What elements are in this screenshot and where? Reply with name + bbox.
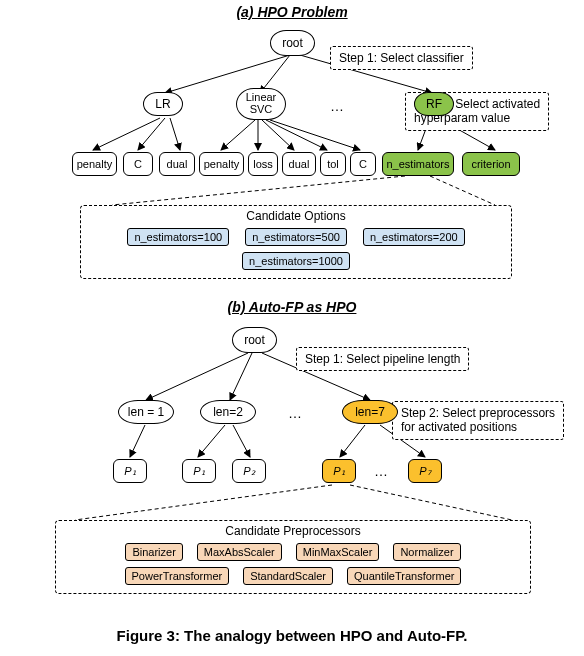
classifier-lr: LR <box>143 92 183 116</box>
panel-autofp: (b) Auto-FP as HPO root Step 1: Select p… <box>0 295 584 625</box>
stepb2-box: Step 2: Select preprocessors for activat… <box>392 401 564 440</box>
leaf-b-p2: P₂ <box>232 459 266 483</box>
preproc-item: MinMaxScaler <box>296 543 380 561</box>
rf-label: RF <box>426 98 442 111</box>
root-label: root <box>282 37 303 50</box>
classifier-rf: RF <box>414 92 454 116</box>
len-ellipsis: … <box>288 405 302 421</box>
leaf-svc-loss: loss <box>248 152 278 176</box>
classifier-svc: Linear SVC <box>236 88 286 120</box>
len7-node: len=7 <box>342 400 398 424</box>
svc-label: Linear SVC <box>246 92 277 115</box>
stepb1-text: Step 1: Select pipeline length <box>305 352 460 366</box>
step1-box: Step 1: Select classifier <box>330 46 473 70</box>
option-item: n_estimators=100 <box>127 228 229 246</box>
svg-line-6 <box>221 120 255 150</box>
preproc-item: MaxAbsScaler <box>197 543 282 561</box>
preproc-item: StandardScaler <box>243 567 333 585</box>
svg-line-21 <box>340 425 365 457</box>
svg-line-19 <box>198 425 225 457</box>
lr-label: LR <box>155 98 170 111</box>
panel-hpo: (a) HPO Problem root Step 1: Select clas… <box>0 0 584 295</box>
preproc-item: Normalizer <box>393 543 460 561</box>
leaf-b-p1c: P₁ <box>322 459 356 483</box>
option-item: n_estimators=1000 <box>242 252 350 270</box>
svg-line-5 <box>170 118 180 150</box>
svg-line-23 <box>75 485 332 520</box>
root-b-label: root <box>244 334 265 347</box>
preproc-item: QuantileTransformer <box>347 567 461 585</box>
svg-line-3 <box>93 118 160 150</box>
preproc-row1: Binarizer MaxAbsScaler MinMaxScaler Norm… <box>64 543 522 561</box>
panel-b-title: (b) Auto-FP as HPO <box>0 295 584 317</box>
leaf-svc-penalty: penalty <box>199 152 244 176</box>
leaf-b-p7: P₇ <box>408 459 442 483</box>
root-node: root <box>270 30 315 56</box>
len1-label: len = 1 <box>128 406 164 419</box>
svg-line-9 <box>266 120 327 150</box>
leaf-b-ellipsis: … <box>374 463 388 479</box>
svg-line-14 <box>430 176 495 205</box>
stepb2-text: Step 2: Select preprocessors for activat… <box>401 406 555 434</box>
root-node-b: root <box>232 327 277 353</box>
candidate-options: Candidate Options n_estimators=100 n_est… <box>80 205 512 279</box>
leaf-lr-penalty: penalty <box>72 152 117 176</box>
leaf-lr-c: C <box>123 152 153 176</box>
svg-line-13 <box>112 176 405 205</box>
candidate-preprocessors: Candidate Preprocessors Binarizer MaxAbs… <box>55 520 531 594</box>
figure-caption: Figure 3: The analogy between HPO and Au… <box>0 625 584 644</box>
svg-line-10 <box>270 120 360 150</box>
len2-label: len=2 <box>213 406 243 419</box>
svg-line-18 <box>130 425 145 457</box>
step1-text: Step 1: Select classifier <box>339 51 464 65</box>
leaf-rf-nest: n_estimators <box>382 152 454 176</box>
svg-line-20 <box>233 425 250 457</box>
leaf-svc-c: C <box>350 152 376 176</box>
leaf-b-p1b: P₁ <box>182 459 216 483</box>
len2-node: len=2 <box>200 400 256 424</box>
svg-line-4 <box>138 118 165 150</box>
svg-line-16 <box>230 353 252 400</box>
classifier-ellipsis: … <box>330 98 344 114</box>
svg-line-8 <box>262 120 294 150</box>
option-item: n_estimators=500 <box>245 228 347 246</box>
preproc-item: PowerTransformer <box>125 567 230 585</box>
stepb1-box: Step 1: Select pipeline length <box>296 347 469 371</box>
panel-a-title: (a) HPO Problem <box>0 0 584 22</box>
leaf-lr-dual: dual <box>159 152 195 176</box>
options-title: Candidate Options <box>81 209 511 223</box>
preproc-title: Candidate Preprocessors <box>56 524 530 538</box>
leaf-b-p1a: P₁ <box>113 459 147 483</box>
svg-line-24 <box>350 485 512 520</box>
option-item: n_estimators=200 <box>363 228 465 246</box>
svg-line-15 <box>146 353 248 400</box>
preproc-row2: PowerTransformer StandardScaler Quantile… <box>64 567 522 585</box>
leaf-rf-crit: criterion <box>462 152 520 176</box>
len1-node: len = 1 <box>118 400 174 424</box>
leaf-svc-dual: dual <box>282 152 316 176</box>
leaf-svc-tol: tol <box>320 152 346 176</box>
preproc-item: Binarizer <box>125 543 182 561</box>
len7-label: len=7 <box>355 406 385 419</box>
